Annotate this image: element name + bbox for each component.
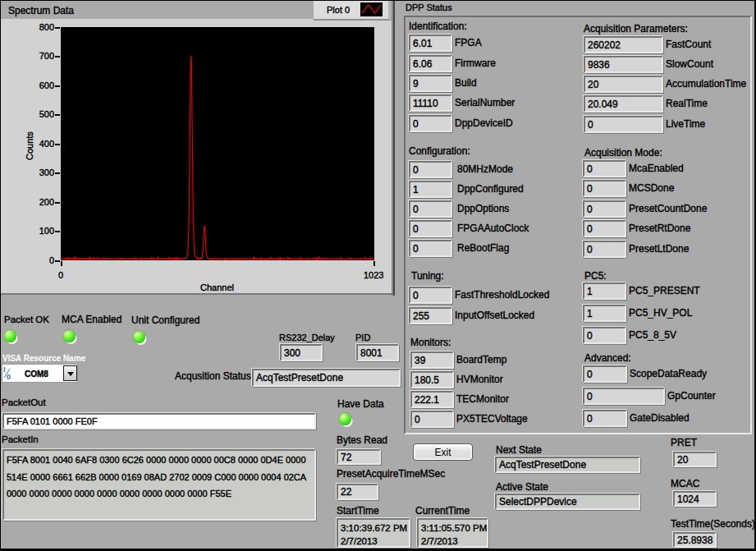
- svg-text:0: 0: [7, 373, 11, 380]
- svg-text:I: I: [3, 366, 6, 374]
